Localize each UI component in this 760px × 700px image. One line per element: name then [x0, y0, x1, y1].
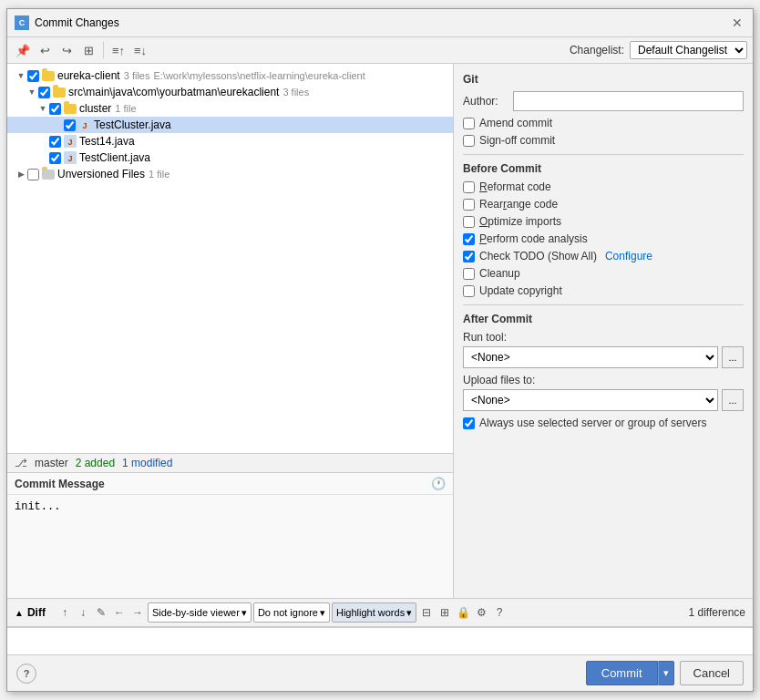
toolbar-separator	[103, 42, 104, 58]
added-count: 2 added	[76, 457, 115, 469]
unversioned-label: Unversioned Files	[57, 168, 145, 180]
tree-item-root[interactable]: ▼ eureka-client 3 files E:\work\mylesson…	[7, 67, 453, 84]
expander-cluster[interactable]: ▼	[36, 102, 49, 115]
run-tool-select[interactable]: <None>	[463, 346, 718, 368]
toolbar-sort2-btn[interactable]: ≡↓	[130, 40, 150, 60]
unversioned-folder-icon	[42, 170, 55, 180]
history-icon[interactable]: 🕐	[431, 477, 446, 490]
root-count: 3 files	[124, 70, 150, 81]
diff-up-btn[interactable]: ↑	[56, 604, 73, 621]
cancel-button[interactable]: Cancel	[680, 661, 744, 685]
copyright-checkbox[interactable]	[463, 285, 475, 297]
diff-edit-btn[interactable]: ✎	[93, 604, 109, 621]
toolbar-sort1-btn[interactable]: ≡↑	[108, 40, 128, 60]
root-label: eureka-client	[57, 69, 120, 82]
checkbox-testclient[interactable]	[49, 152, 61, 164]
rearrange-checkbox[interactable]	[463, 199, 475, 211]
todo-checkbox[interactable]	[463, 251, 475, 262]
always-use-checkbox[interactable]	[463, 417, 475, 429]
diff-expand-icon[interactable]: ▲	[15, 608, 24, 618]
rearrange-label[interactable]: Rearrange code	[479, 198, 558, 211]
commit-message-header: Commit Message 🕐	[7, 473, 453, 495]
expander-empty2	[36, 135, 49, 148]
optimize-checkbox[interactable]	[463, 216, 475, 228]
perform-row: Perform code analysis	[463, 232, 744, 245]
src-folder-icon	[53, 88, 66, 98]
always-use-label[interactable]: Always use selected server or group of s…	[479, 417, 706, 429]
before-commit-title: Before Commit	[463, 162, 744, 175]
checkbox-unversioned[interactable]	[27, 169, 39, 180]
checkbox-root[interactable]	[27, 70, 39, 82]
run-tool-dropdown-row: <None> ...	[463, 346, 744, 368]
cleanup-label[interactable]: Cleanup	[479, 267, 520, 280]
upload-dots-btn[interactable]: ...	[722, 389, 744, 411]
upload-select[interactable]: <None>	[463, 389, 718, 411]
amend-row: Amend commit	[463, 117, 744, 129]
toolbar-redo-btn[interactable]: ↪	[56, 40, 77, 60]
expander-src[interactable]: ▼	[26, 86, 38, 98]
ignore-btn[interactable]: Do not ignore ▾	[253, 602, 330, 623]
tree-item-unversioned[interactable]: ▶ Unversioned Files 1 file	[7, 166, 453, 182]
tree-item-test14[interactable]: J Test14.java	[7, 133, 453, 149]
cleanup-checkbox[interactable]	[463, 268, 475, 280]
optimize-label[interactable]: Optimize imports	[479, 215, 561, 228]
signoff-checkbox[interactable]	[463, 135, 475, 147]
tree-item-src[interactable]: ▼ src\main\java\com\yourbatman\eurekacli…	[7, 84, 453, 100]
diff-align-btn[interactable]: ⊟	[418, 604, 435, 621]
commit-message-input[interactable]: <span class="selected-text">init...</spa…	[7, 495, 453, 595]
expander-unversioned[interactable]: ▶	[15, 168, 27, 180]
commit-button[interactable]: Commit	[586, 661, 658, 685]
main-content: ▼ eureka-client 3 files E:\work\mylesson…	[7, 64, 753, 598]
changelist-dropdown[interactable]: Default Changelist	[630, 41, 747, 59]
diff-down-btn[interactable]: ↓	[75, 604, 91, 621]
commit-message-section: Commit Message 🕐 <span class="selected-t…	[7, 472, 453, 598]
testcluster-label: TestCluster.java	[94, 118, 171, 131]
toolbar-pin-btn[interactable]: 📌	[13, 40, 33, 60]
toolbar-group-btn[interactable]: ⊞	[78, 40, 98, 60]
diff-help-btn[interactable]: ?	[491, 604, 508, 621]
modified-count: 1 modified	[122, 457, 172, 469]
copyright-label[interactable]: Update copyright	[479, 284, 562, 297]
diff-col-btn[interactable]: ⊞	[436, 604, 453, 621]
reformat-label[interactable]: Reformat code	[479, 180, 551, 193]
author-label: Author:	[463, 95, 513, 108]
perform-checkbox[interactable]	[463, 233, 475, 245]
checkbox-test14[interactable]	[49, 136, 61, 148]
checkbox-testcluster[interactable]	[64, 119, 76, 131]
commit-dropdown-btn[interactable]: ▾	[658, 661, 674, 685]
side-by-side-viewer-btn[interactable]: Side-by-side viewer ▾	[148, 602, 252, 623]
viewer-dropdown-arrow: ▾	[241, 607, 247, 619]
src-count: 3 files	[282, 87, 309, 98]
amend-checkbox[interactable]	[463, 118, 475, 129]
branch-name: master	[35, 457, 68, 469]
amend-label[interactable]: Amend commit	[479, 117, 552, 129]
diff-back-btn[interactable]: ←	[111, 604, 128, 621]
changelist-label: Changelist:	[570, 44, 624, 57]
highlight-words-btn[interactable]: Highlight words ▾	[332, 602, 416, 623]
perform-label[interactable]: Perform code analysis	[479, 232, 588, 245]
cluster-folder-icon	[64, 104, 77, 114]
toolbar-undo-btn[interactable]: ↩	[35, 40, 55, 60]
title-bar: C Commit Changes ✕	[7, 9, 753, 37]
tree-item-testcluster[interactable]: J TestCluster.java	[7, 117, 453, 133]
configure-link[interactable]: Configure	[605, 250, 652, 262]
cluster-label: cluster	[79, 102, 111, 115]
signoff-label[interactable]: Sign-off commit	[479, 134, 555, 147]
reformat-checkbox[interactable]	[463, 181, 475, 193]
run-tool-dots-btn[interactable]: ...	[722, 346, 744, 368]
run-tool-label: Run tool:	[463, 331, 744, 344]
diff-lock-btn[interactable]: 🔒	[455, 604, 471, 621]
checkbox-src[interactable]	[38, 87, 50, 98]
diff-fwd-btn[interactable]: →	[129, 604, 146, 621]
todo-label[interactable]: Check TODO (Show All)	[479, 250, 597, 262]
tree-item-cluster[interactable]: ▼ cluster 1 file	[7, 100, 453, 117]
author-input[interactable]	[513, 91, 744, 111]
expander-root[interactable]: ▼	[15, 69, 27, 82]
window-title: Commit Changes	[35, 16, 119, 29]
diff-settings-btn[interactable]: ⚙	[473, 604, 489, 621]
close-button[interactable]: ✕	[729, 15, 745, 31]
checkbox-cluster[interactable]	[49, 103, 61, 115]
help-button[interactable]: ?	[16, 664, 36, 684]
file-tree[interactable]: ▼ eureka-client 3 files E:\work\mylesson…	[7, 64, 453, 453]
tree-item-testclient[interactable]: J TestClient.java	[7, 149, 453, 166]
